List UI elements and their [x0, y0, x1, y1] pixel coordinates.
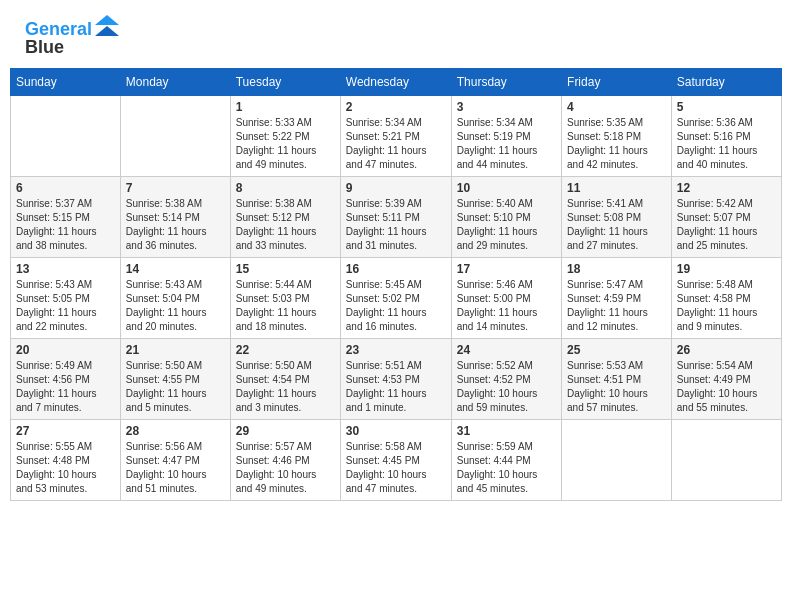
- day-info: Sunrise: 5:53 AM Sunset: 4:51 PM Dayligh…: [567, 359, 666, 415]
- day-info: Sunrise: 5:46 AM Sunset: 5:00 PM Dayligh…: [457, 278, 556, 334]
- day-info: Sunrise: 5:56 AM Sunset: 4:47 PM Dayligh…: [126, 440, 225, 496]
- day-number: 22: [236, 343, 335, 357]
- weekday-header-cell: Friday: [562, 68, 672, 95]
- day-number: 21: [126, 343, 225, 357]
- page-header: General Blue: [10, 10, 782, 63]
- day-number: 6: [16, 181, 115, 195]
- day-number: 5: [677, 100, 776, 114]
- day-number: 15: [236, 262, 335, 276]
- day-info: Sunrise: 5:40 AM Sunset: 5:10 PM Dayligh…: [457, 197, 556, 253]
- calendar-cell: 6Sunrise: 5:37 AM Sunset: 5:15 PM Daylig…: [11, 176, 121, 257]
- calendar-cell: 26Sunrise: 5:54 AM Sunset: 4:49 PM Dayli…: [671, 338, 781, 419]
- day-number: 4: [567, 100, 666, 114]
- day-info: Sunrise: 5:41 AM Sunset: 5:08 PM Dayligh…: [567, 197, 666, 253]
- day-info: Sunrise: 5:51 AM Sunset: 4:53 PM Dayligh…: [346, 359, 446, 415]
- day-info: Sunrise: 5:33 AM Sunset: 5:22 PM Dayligh…: [236, 116, 335, 172]
- day-info: Sunrise: 5:59 AM Sunset: 4:44 PM Dayligh…: [457, 440, 556, 496]
- weekday-header-row: SundayMondayTuesdayWednesdayThursdayFrid…: [11, 68, 782, 95]
- calendar-cell: 4Sunrise: 5:35 AM Sunset: 5:18 PM Daylig…: [562, 95, 672, 176]
- logo-text-line2: Blue: [25, 38, 64, 58]
- calendar-cell: 14Sunrise: 5:43 AM Sunset: 5:04 PM Dayli…: [120, 257, 230, 338]
- calendar-week-row: 13Sunrise: 5:43 AM Sunset: 5:05 PM Dayli…: [11, 257, 782, 338]
- weekday-header-cell: Saturday: [671, 68, 781, 95]
- day-info: Sunrise: 5:43 AM Sunset: 5:04 PM Dayligh…: [126, 278, 225, 334]
- calendar-body: 1Sunrise: 5:33 AM Sunset: 5:22 PM Daylig…: [11, 95, 782, 500]
- calendar-cell: [11, 95, 121, 176]
- calendar-cell: 23Sunrise: 5:51 AM Sunset: 4:53 PM Dayli…: [340, 338, 451, 419]
- day-info: Sunrise: 5:34 AM Sunset: 5:21 PM Dayligh…: [346, 116, 446, 172]
- calendar-table: SundayMondayTuesdayWednesdayThursdayFrid…: [10, 68, 782, 501]
- calendar-cell: 15Sunrise: 5:44 AM Sunset: 5:03 PM Dayli…: [230, 257, 340, 338]
- day-info: Sunrise: 5:47 AM Sunset: 4:59 PM Dayligh…: [567, 278, 666, 334]
- day-info: Sunrise: 5:45 AM Sunset: 5:02 PM Dayligh…: [346, 278, 446, 334]
- day-number: 26: [677, 343, 776, 357]
- day-info: Sunrise: 5:38 AM Sunset: 5:14 PM Dayligh…: [126, 197, 225, 253]
- calendar-week-row: 27Sunrise: 5:55 AM Sunset: 4:48 PM Dayli…: [11, 419, 782, 500]
- calendar-cell: 2Sunrise: 5:34 AM Sunset: 5:21 PM Daylig…: [340, 95, 451, 176]
- calendar-cell: 7Sunrise: 5:38 AM Sunset: 5:14 PM Daylig…: [120, 176, 230, 257]
- day-info: Sunrise: 5:48 AM Sunset: 4:58 PM Dayligh…: [677, 278, 776, 334]
- day-number: 20: [16, 343, 115, 357]
- day-info: Sunrise: 5:55 AM Sunset: 4:48 PM Dayligh…: [16, 440, 115, 496]
- calendar-week-row: 1Sunrise: 5:33 AM Sunset: 5:22 PM Daylig…: [11, 95, 782, 176]
- calendar-week-row: 6Sunrise: 5:37 AM Sunset: 5:15 PM Daylig…: [11, 176, 782, 257]
- calendar-cell: 19Sunrise: 5:48 AM Sunset: 4:58 PM Dayli…: [671, 257, 781, 338]
- logo: General Blue: [25, 20, 119, 58]
- calendar-cell: 27Sunrise: 5:55 AM Sunset: 4:48 PM Dayli…: [11, 419, 121, 500]
- day-info: Sunrise: 5:50 AM Sunset: 4:54 PM Dayligh…: [236, 359, 335, 415]
- calendar-cell: 25Sunrise: 5:53 AM Sunset: 4:51 PM Dayli…: [562, 338, 672, 419]
- day-number: 3: [457, 100, 556, 114]
- day-number: 27: [16, 424, 115, 438]
- weekday-header-cell: Sunday: [11, 68, 121, 95]
- day-info: Sunrise: 5:37 AM Sunset: 5:15 PM Dayligh…: [16, 197, 115, 253]
- weekday-header-cell: Monday: [120, 68, 230, 95]
- day-info: Sunrise: 5:38 AM Sunset: 5:12 PM Dayligh…: [236, 197, 335, 253]
- day-number: 29: [236, 424, 335, 438]
- day-number: 8: [236, 181, 335, 195]
- calendar-cell: 3Sunrise: 5:34 AM Sunset: 5:19 PM Daylig…: [451, 95, 561, 176]
- day-info: Sunrise: 5:36 AM Sunset: 5:16 PM Dayligh…: [677, 116, 776, 172]
- calendar-cell: 5Sunrise: 5:36 AM Sunset: 5:16 PM Daylig…: [671, 95, 781, 176]
- day-info: Sunrise: 5:44 AM Sunset: 5:03 PM Dayligh…: [236, 278, 335, 334]
- day-number: 31: [457, 424, 556, 438]
- calendar-cell: 22Sunrise: 5:50 AM Sunset: 4:54 PM Dayli…: [230, 338, 340, 419]
- day-info: Sunrise: 5:42 AM Sunset: 5:07 PM Dayligh…: [677, 197, 776, 253]
- day-number: 7: [126, 181, 225, 195]
- day-number: 24: [457, 343, 556, 357]
- day-number: 9: [346, 181, 446, 195]
- day-number: 1: [236, 100, 335, 114]
- day-info: Sunrise: 5:43 AM Sunset: 5:05 PM Dayligh…: [16, 278, 115, 334]
- calendar-cell: 11Sunrise: 5:41 AM Sunset: 5:08 PM Dayli…: [562, 176, 672, 257]
- day-number: 23: [346, 343, 446, 357]
- day-info: Sunrise: 5:35 AM Sunset: 5:18 PM Dayligh…: [567, 116, 666, 172]
- day-number: 17: [457, 262, 556, 276]
- day-number: 13: [16, 262, 115, 276]
- weekday-header-cell: Wednesday: [340, 68, 451, 95]
- day-number: 2: [346, 100, 446, 114]
- calendar-cell: 17Sunrise: 5:46 AM Sunset: 5:00 PM Dayli…: [451, 257, 561, 338]
- day-info: Sunrise: 5:50 AM Sunset: 4:55 PM Dayligh…: [126, 359, 225, 415]
- calendar-cell: 28Sunrise: 5:56 AM Sunset: 4:47 PM Dayli…: [120, 419, 230, 500]
- day-info: Sunrise: 5:58 AM Sunset: 4:45 PM Dayligh…: [346, 440, 446, 496]
- calendar-cell: 12Sunrise: 5:42 AM Sunset: 5:07 PM Dayli…: [671, 176, 781, 257]
- calendar-cell: 10Sunrise: 5:40 AM Sunset: 5:10 PM Dayli…: [451, 176, 561, 257]
- calendar-cell: 8Sunrise: 5:38 AM Sunset: 5:12 PM Daylig…: [230, 176, 340, 257]
- calendar-cell: 1Sunrise: 5:33 AM Sunset: 5:22 PM Daylig…: [230, 95, 340, 176]
- day-number: 25: [567, 343, 666, 357]
- day-info: Sunrise: 5:39 AM Sunset: 5:11 PM Dayligh…: [346, 197, 446, 253]
- day-number: 19: [677, 262, 776, 276]
- day-info: Sunrise: 5:52 AM Sunset: 4:52 PM Dayligh…: [457, 359, 556, 415]
- day-number: 30: [346, 424, 446, 438]
- calendar-cell: [671, 419, 781, 500]
- calendar-cell: 16Sunrise: 5:45 AM Sunset: 5:02 PM Dayli…: [340, 257, 451, 338]
- calendar-week-row: 20Sunrise: 5:49 AM Sunset: 4:56 PM Dayli…: [11, 338, 782, 419]
- calendar-cell: 31Sunrise: 5:59 AM Sunset: 4:44 PM Dayli…: [451, 419, 561, 500]
- day-number: 28: [126, 424, 225, 438]
- calendar-cell: [562, 419, 672, 500]
- day-number: 18: [567, 262, 666, 276]
- day-info: Sunrise: 5:54 AM Sunset: 4:49 PM Dayligh…: [677, 359, 776, 415]
- calendar-cell: 30Sunrise: 5:58 AM Sunset: 4:45 PM Dayli…: [340, 419, 451, 500]
- calendar-cell: [120, 95, 230, 176]
- day-number: 11: [567, 181, 666, 195]
- day-info: Sunrise: 5:57 AM Sunset: 4:46 PM Dayligh…: [236, 440, 335, 496]
